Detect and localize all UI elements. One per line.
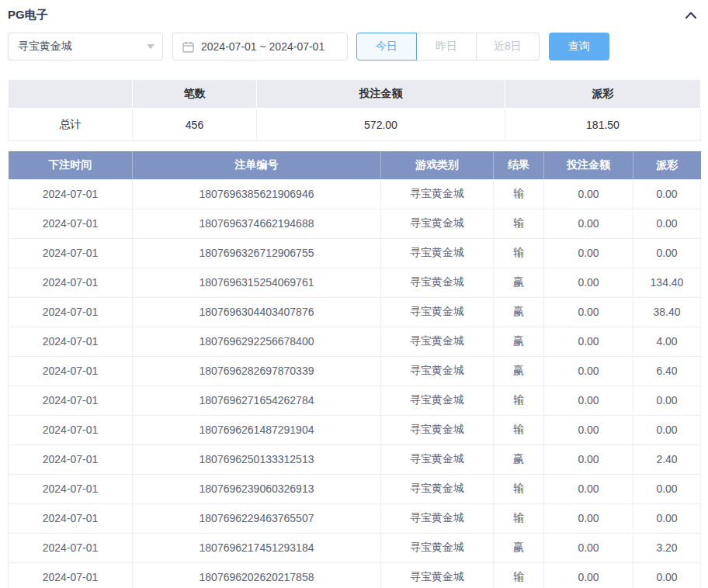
table-cell: 2024-07-01 xyxy=(9,503,133,533)
table-cell: 0.00 xyxy=(633,179,701,209)
table-cell: 0.00 xyxy=(633,238,701,268)
table-cell: 2024-07-01 xyxy=(9,327,133,356)
calendar-icon xyxy=(182,41,194,53)
quick-range-button[interactable]: 昨日 xyxy=(416,33,477,61)
table-cell: 0.00 xyxy=(544,444,633,474)
table-row: 2024-07-011807696374662194688寻宝黄金城输0.000… xyxy=(9,209,701,238)
summary-col-header: 投注金额 xyxy=(257,80,505,109)
table-cell: 134.40 xyxy=(633,268,701,297)
table-cell: 0.00 xyxy=(544,297,633,327)
date-range-value: 2024-07-01 ~ 2024-07-01 xyxy=(201,40,324,53)
table-cell: 赢 xyxy=(494,444,544,474)
collapse-button[interactable] xyxy=(682,9,700,21)
chevron-up-icon xyxy=(685,11,697,19)
table-cell: 2024-07-01 xyxy=(9,444,133,474)
bet-col-header: 下注时间 xyxy=(9,151,133,179)
table-cell: 0.00 xyxy=(544,533,633,562)
table-cell: 0.00 xyxy=(544,356,633,386)
table-cell: 0.00 xyxy=(633,562,701,588)
quick-range-button[interactable]: 近8日 xyxy=(476,33,540,61)
table-cell: 1807696374662194688 xyxy=(133,209,381,238)
page-title: PG电子 xyxy=(8,8,48,22)
table-cell: 2024-07-01 xyxy=(9,209,133,238)
table-cell: 2024-07-01 xyxy=(9,533,133,562)
game-select-value: 寻宝黄金城 xyxy=(18,40,72,54)
date-range-input[interactable]: 2024-07-01 ~ 2024-07-01 xyxy=(172,33,348,61)
table-cell: 2024-07-01 xyxy=(9,356,133,386)
summary-col-header xyxy=(9,80,133,109)
search-button[interactable]: 查询 xyxy=(549,33,609,61)
table-cell: 输 xyxy=(494,415,544,444)
summary-count: 456 xyxy=(133,109,257,141)
table-cell: 1807696326712906755 xyxy=(133,238,381,268)
table-cell: 1807696385621906946 xyxy=(133,179,381,209)
table-cell: 1807696202620217858 xyxy=(133,562,381,588)
table-cell: 寻宝黄金城 xyxy=(381,356,494,386)
table-cell: 1807696229463765507 xyxy=(133,503,381,533)
table-cell: 1807696271654262784 xyxy=(133,386,381,415)
bet-col-header: 结果 xyxy=(494,151,544,179)
table-cell: 0.00 xyxy=(544,503,633,533)
table-row: 2024-07-011807696326712906755寻宝黄金城输0.000… xyxy=(9,238,701,268)
table-cell: 寻宝黄金城 xyxy=(381,297,494,327)
summary-payout: 181.50 xyxy=(505,109,701,141)
bet-col-header: 注单编号 xyxy=(133,151,381,179)
table-cell: 2024-07-01 xyxy=(9,562,133,588)
table-row: 2024-07-011807696385621906946寻宝黄金城输0.000… xyxy=(9,179,701,209)
game-select[interactable]: 寻宝黄金城 xyxy=(8,33,163,61)
table-cell: 1807696239060326913 xyxy=(133,474,381,503)
table-row: 2024-07-011807696304403407876寻宝黄金城赢0.003… xyxy=(9,297,701,327)
table-cell: 0.00 xyxy=(544,562,633,588)
table-cell: 0.00 xyxy=(633,209,701,238)
filter-bar: 寻宝黄金城 2024-07-01 ~ 2024-07-01 今日昨日近8日 查询 xyxy=(8,33,700,61)
table-cell: 1807696261487291904 xyxy=(133,415,381,444)
quick-range-group: 今日昨日近8日 xyxy=(356,33,540,61)
summary-total-row: 总计 456 572.00 181.50 xyxy=(9,109,701,141)
table-cell: 赢 xyxy=(494,327,544,356)
table-cell: 0.00 xyxy=(633,415,701,444)
table-cell: 寻宝黄金城 xyxy=(381,562,494,588)
summary-col-header: 派彩 xyxy=(505,80,701,109)
table-cell: 1807696282697870339 xyxy=(133,356,381,386)
table-cell: 寻宝黄金城 xyxy=(381,209,494,238)
summary-row-label: 总计 xyxy=(9,109,133,141)
table-cell: 寻宝黄金城 xyxy=(381,533,494,562)
table-row: 2024-07-011807696292256678400寻宝黄金城赢0.004… xyxy=(9,327,701,356)
table-cell: 2.40 xyxy=(633,444,701,474)
table-row: 2024-07-011807696217451293184寻宝黄金城赢0.003… xyxy=(9,533,701,562)
pg-panel: PG电子 寻宝黄金城 2024-07-01 ~ 2024-07-01 今日昨日近… xyxy=(0,0,708,588)
table-cell: 0.00 xyxy=(633,474,701,503)
table-cell: 2024-07-01 xyxy=(9,238,133,268)
table-cell: 输 xyxy=(494,238,544,268)
table-cell: 2024-07-01 xyxy=(9,474,133,503)
table-cell: 0.00 xyxy=(633,386,701,415)
table-cell: 输 xyxy=(494,503,544,533)
table-cell: 0.00 xyxy=(544,327,633,356)
table-cell: 1807696304403407876 xyxy=(133,297,381,327)
table-row: 2024-07-011807696261487291904寻宝黄金城输0.000… xyxy=(9,415,701,444)
table-row: 2024-07-011807696250133312513寻宝黄金城赢0.002… xyxy=(9,444,701,474)
quick-range-button[interactable]: 今日 xyxy=(356,33,417,61)
table-cell: 1807696217451293184 xyxy=(133,533,381,562)
table-cell: 输 xyxy=(494,474,544,503)
table-cell: 寻宝黄金城 xyxy=(381,415,494,444)
table-cell: 0.00 xyxy=(544,474,633,503)
table-cell: 赢 xyxy=(494,533,544,562)
table-cell: 2024-07-01 xyxy=(9,415,133,444)
table-cell: 寻宝黄金城 xyxy=(381,474,494,503)
table-cell: 0.00 xyxy=(544,268,633,297)
table-cell: 输 xyxy=(494,562,544,588)
table-cell: 1807696292256678400 xyxy=(133,327,381,356)
panel-header: PG电子 xyxy=(8,0,700,26)
table-cell: 2024-07-01 xyxy=(9,297,133,327)
bet-col-header: 游戏类别 xyxy=(381,151,494,179)
table-cell: 4.00 xyxy=(633,327,701,356)
summary-bet-amount: 572.00 xyxy=(257,109,505,141)
table-cell: 2024-07-01 xyxy=(9,179,133,209)
table-cell: 赢 xyxy=(494,297,544,327)
table-cell: 寻宝黄金城 xyxy=(381,179,494,209)
table-cell: 输 xyxy=(494,209,544,238)
summary-col-header: 笔数 xyxy=(133,80,257,109)
table-row: 2024-07-011807696315254069761寻宝黄金城赢0.001… xyxy=(9,268,701,297)
table-cell: 寻宝黄金城 xyxy=(381,444,494,474)
